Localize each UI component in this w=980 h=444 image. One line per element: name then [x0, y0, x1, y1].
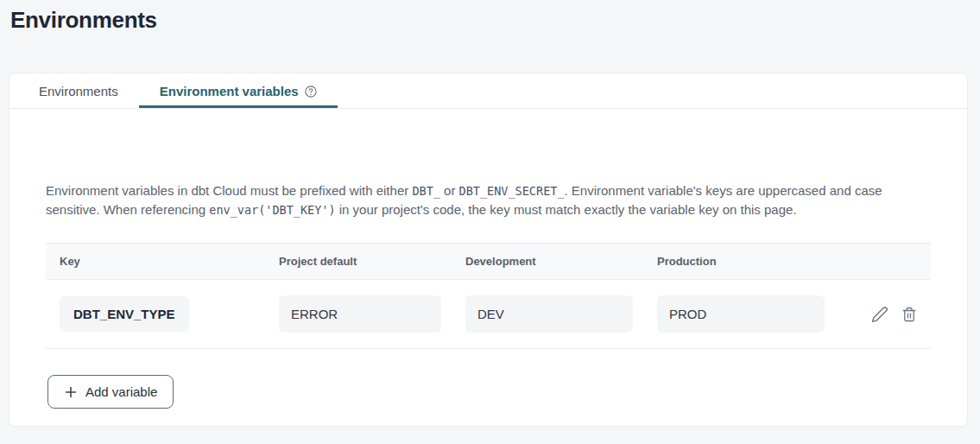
- environment-variables-table: Key Project default Development Producti…: [46, 243, 931, 349]
- column-header-key: Key: [46, 255, 265, 268]
- project-default-cell: ERROR: [265, 295, 452, 333]
- tab-environments[interactable]: Environments: [18, 73, 139, 108]
- description-part: Environment variables in dbt Cloud must …: [46, 183, 412, 198]
- delete-variable-button[interactable]: [901, 307, 917, 322]
- plus-icon: [64, 385, 78, 399]
- description-part: in your project's code, the key must mat…: [336, 202, 797, 217]
- tab-environments-label: Environments: [39, 84, 118, 98]
- production-value: PROD: [657, 295, 825, 333]
- help-circle-icon[interactable]: [305, 86, 317, 98]
- table-header-row: Key Project default Development Producti…: [46, 243, 931, 280]
- tab-panel-environment-variables: Environment variables in dbt Cloud must …: [9, 181, 967, 409]
- row-actions: [835, 306, 931, 323]
- development-value: DEV: [465, 295, 633, 333]
- description-text: Environment variables in dbt Cloud must …: [46, 181, 931, 219]
- tab-environment-variables[interactable]: Environment variables: [139, 73, 338, 108]
- environments-card: Environments Environment variables Envir…: [9, 73, 968, 427]
- tab-environment-variables-label: Environment variables: [160, 84, 299, 98]
- table-row: DBT_ENV_TYPE ERROR DEV PROD: [46, 280, 931, 349]
- column-header-development: Development: [452, 255, 643, 268]
- code-dbt-prefix: DBT_: [412, 184, 440, 198]
- variable-key-pill: DBT_ENV_TYPE: [60, 296, 189, 332]
- development-cell: DEV: [452, 295, 643, 333]
- production-cell: PROD: [643, 295, 835, 333]
- code-env-var-example: env_var('DBT_KEY'): [209, 203, 335, 217]
- edit-variable-button[interactable]: [871, 306, 888, 323]
- code-dbt-env-secret-prefix: DBT_ENV_SECRET_: [459, 184, 565, 198]
- project-default-value: ERROR: [279, 295, 441, 333]
- column-header-project-default: Project default: [265, 255, 452, 268]
- page-title: Environments: [10, 7, 980, 34]
- variable-key-cell: DBT_ENV_TYPE: [46, 307, 265, 322]
- edit-pencil-icon: [871, 306, 888, 323]
- add-variable-button[interactable]: Add variable: [47, 375, 174, 409]
- description-part: or: [440, 183, 459, 198]
- column-header-production: Production: [643, 255, 835, 268]
- tab-bar: Environments Environment variables: [9, 73, 967, 109]
- trash-icon: [901, 307, 917, 322]
- add-variable-label: Add variable: [85, 384, 157, 399]
